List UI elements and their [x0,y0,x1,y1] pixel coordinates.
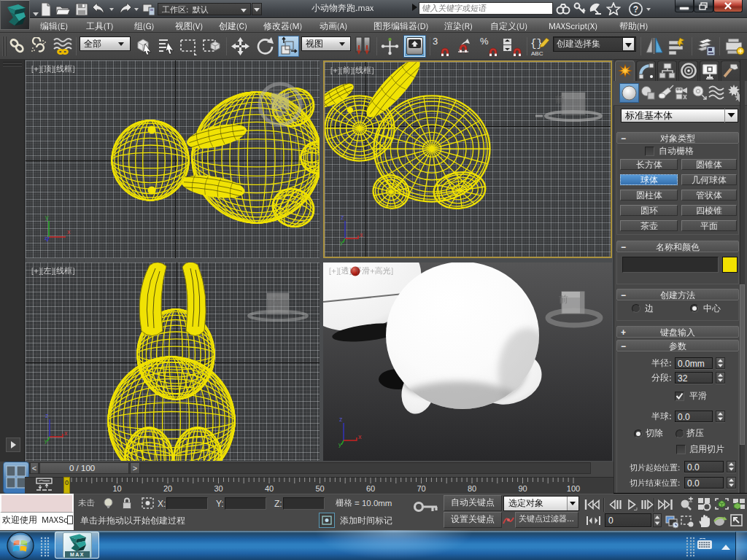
svg-text:3: 3 [433,36,438,47]
svg-text:z: z [339,416,343,423]
svg-text:y: y [45,214,49,221]
svg-text:70: 70 [417,484,425,493]
svg-text:10: 10 [112,484,121,493]
svg-text:ABC: ABC [531,50,543,57]
svg-text:%: % [480,36,489,47]
svg-text:x: x [67,228,71,236]
svg-text:y: y [340,239,343,246]
svg-text:30: 30 [214,484,222,493]
svg-text:x: x [360,231,363,238]
svg-text:z: z [341,214,344,221]
svg-text:y: y [338,441,341,448]
svg-text:50: 50 [315,484,324,493]
svg-text:60: 60 [366,484,375,493]
svg-text:y: y [44,438,47,444]
svg-text:z: z [45,412,49,419]
svg-text:20: 20 [163,484,172,493]
svg-text:90: 90 [518,484,527,493]
svg-text:x: x [64,429,68,437]
svg-text:100: 100 [567,484,580,493]
svg-text:40: 40 [265,484,274,493]
svg-text:x: x [358,433,362,440]
svg-text:80: 80 [468,484,476,493]
svg-text:?: ? [633,4,638,15]
svg-text:z: z [44,235,47,241]
svg-text:{}: {} [530,38,543,50]
